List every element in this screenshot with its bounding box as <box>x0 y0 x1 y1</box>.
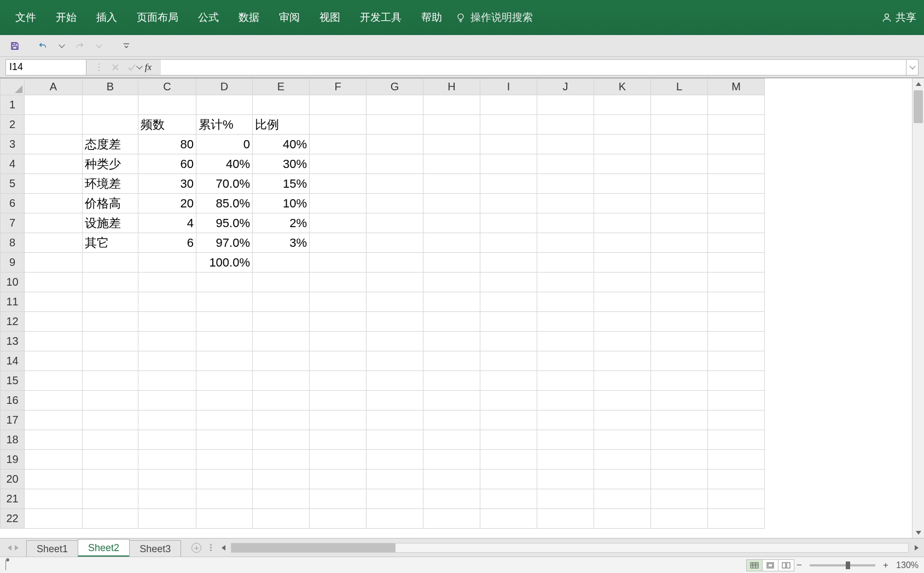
cell-A13[interactable] <box>25 332 83 351</box>
row-header-1[interactable]: 1 <box>1 95 25 115</box>
cell-A4[interactable] <box>25 154 83 174</box>
formula-input[interactable] <box>161 59 906 76</box>
row-header-4[interactable]: 4 <box>1 154 25 174</box>
cell-I8[interactable] <box>480 233 537 253</box>
cell-E2[interactable]: 比例 <box>253 115 310 135</box>
cell-I12[interactable] <box>480 312 537 332</box>
cell-M16[interactable] <box>708 391 765 410</box>
cell-K19[interactable] <box>594 450 651 470</box>
row-header-22[interactable]: 22 <box>1 509 25 529</box>
cell-H22[interactable] <box>423 509 480 529</box>
row-header-11[interactable]: 11 <box>1 292 25 312</box>
cell-F10[interactable] <box>310 273 367 292</box>
cell-C11[interactable] <box>138 292 196 312</box>
cell-M7[interactable] <box>708 213 765 233</box>
cell-K9[interactable] <box>594 253 651 273</box>
cell-D15[interactable] <box>196 371 253 391</box>
cell-F17[interactable] <box>310 410 367 430</box>
cell-G11[interactable] <box>367 292 423 312</box>
cell-M13[interactable] <box>708 332 765 351</box>
ribbon-tab-help[interactable]: 帮助 <box>411 0 452 35</box>
cell-K17[interactable] <box>594 410 651 430</box>
zoom-in-button[interactable]: + <box>881 560 891 571</box>
cell-C9[interactable] <box>138 253 196 273</box>
scroll-up-button[interactable] <box>913 78 924 89</box>
cell-I15[interactable] <box>480 371 537 391</box>
cell-B16[interactable] <box>83 391 138 410</box>
zoom-out-button[interactable]: − <box>794 560 804 571</box>
cell-D4[interactable]: 40% <box>196 154 253 174</box>
undo-button[interactable] <box>36 39 50 53</box>
cell-I13[interactable] <box>480 332 537 351</box>
cell-E13[interactable] <box>253 332 310 351</box>
cell-E10[interactable] <box>253 273 310 292</box>
column-header-A[interactable]: A <box>25 79 83 95</box>
cell-A3[interactable] <box>25 135 83 154</box>
cell-G7[interactable] <box>367 213 423 233</box>
cell-D16[interactable] <box>196 391 253 410</box>
cell-L14[interactable] <box>651 351 708 371</box>
cell-M18[interactable] <box>708 430 765 450</box>
cell-B7[interactable]: 设施差 <box>83 213 138 233</box>
redo-button[interactable] <box>73 39 87 53</box>
cell-C16[interactable] <box>138 391 196 410</box>
cell-F7[interactable] <box>310 213 367 233</box>
cell-B21[interactable] <box>83 489 138 509</box>
cell-I19[interactable] <box>480 450 537 470</box>
cell-G16[interactable] <box>367 391 423 410</box>
cell-E22[interactable] <box>253 509 310 529</box>
cell-J5[interactable] <box>537 174 594 194</box>
cell-G14[interactable] <box>367 351 423 371</box>
cell-E6[interactable]: 10% <box>253 194 310 213</box>
cell-A1[interactable] <box>25 95 83 115</box>
cell-H8[interactable] <box>423 233 480 253</box>
view-pagelayout-button[interactable] <box>762 559 778 571</box>
cell-G18[interactable] <box>367 430 423 450</box>
cell-L10[interactable] <box>651 273 708 292</box>
cell-D10[interactable] <box>196 273 253 292</box>
cell-D13[interactable] <box>196 332 253 351</box>
row-header-8[interactable]: 8 <box>1 233 25 253</box>
cell-F11[interactable] <box>310 292 367 312</box>
cell-H21[interactable] <box>423 489 480 509</box>
cell-D18[interactable] <box>196 430 253 450</box>
worksheet-grid[interactable]: ABCDEFGHIJKLM12频数累计%比例3态度差80040%4种类少6040… <box>0 78 924 538</box>
sheet-tab-sheet2[interactable]: Sheet2 <box>78 539 130 557</box>
cell-F5[interactable] <box>310 174 367 194</box>
cell-J9[interactable] <box>537 253 594 273</box>
cell-J12[interactable] <box>537 312 594 332</box>
cell-L6[interactable] <box>651 194 708 213</box>
row-header-17[interactable]: 17 <box>1 410 25 430</box>
save-button[interactable] <box>8 39 22 53</box>
cell-E7[interactable]: 2% <box>253 213 310 233</box>
column-header-M[interactable]: M <box>708 79 765 95</box>
cell-G20[interactable] <box>367 470 423 489</box>
cell-D11[interactable] <box>196 292 253 312</box>
cell-H19[interactable] <box>423 450 480 470</box>
cell-J3[interactable] <box>537 135 594 154</box>
cell-L20[interactable] <box>651 470 708 489</box>
column-header-I[interactable]: I <box>480 79 537 95</box>
column-header-H[interactable]: H <box>423 79 480 95</box>
cell-B18[interactable] <box>83 430 138 450</box>
cell-M12[interactable] <box>708 312 765 332</box>
scroll-left-button[interactable] <box>218 542 229 553</box>
cell-H1[interactable] <box>423 95 480 115</box>
cell-D5[interactable]: 70.0% <box>196 174 253 194</box>
cell-K12[interactable] <box>594 312 651 332</box>
cell-I1[interactable] <box>480 95 537 115</box>
cell-J18[interactable] <box>537 430 594 450</box>
cell-C7[interactable]: 4 <box>138 213 196 233</box>
cell-K13[interactable] <box>594 332 651 351</box>
cell-K14[interactable] <box>594 351 651 371</box>
cell-H17[interactable] <box>423 410 480 430</box>
cell-I14[interactable] <box>480 351 537 371</box>
scroll-down-button[interactable] <box>913 527 924 538</box>
cell-H7[interactable] <box>423 213 480 233</box>
sheet-tab-sheet3[interactable]: Sheet3 <box>129 540 181 557</box>
cell-F20[interactable] <box>310 470 367 489</box>
cell-H2[interactable] <box>423 115 480 135</box>
cell-C6[interactable]: 20 <box>138 194 196 213</box>
tab-split-handle[interactable] <box>208 544 213 551</box>
row-header-12[interactable]: 12 <box>1 312 25 332</box>
